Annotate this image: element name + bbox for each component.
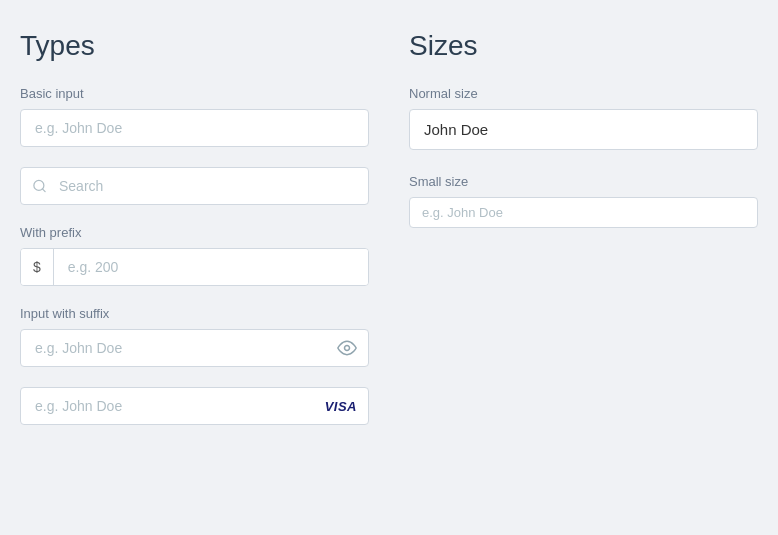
basic-input-label: Basic input — [20, 86, 369, 101]
prefix-input[interactable] — [54, 249, 368, 285]
eye-input-wrapper — [20, 329, 369, 367]
prefix-input-label: With prefix — [20, 225, 369, 240]
visa-label: VISA — [325, 399, 357, 414]
small-size-group: Small size — [409, 174, 758, 228]
search-input-group — [20, 167, 369, 205]
visa-icon: VISA — [325, 399, 357, 414]
visa-input-wrapper: VISA — [20, 387, 369, 425]
normal-size-group: Normal size — [409, 86, 758, 150]
visa-input-group: VISA — [20, 387, 369, 425]
normal-size-label: Normal size — [409, 86, 758, 101]
types-title: Types — [20, 30, 369, 62]
suffix-input-group: Input with suffix — [20, 306, 369, 367]
prefix-wrapper: $ — [20, 248, 369, 286]
small-size-label: Small size — [409, 174, 758, 189]
svg-point-2 — [345, 346, 350, 351]
eye-icon[interactable] — [337, 338, 357, 358]
prefix-symbol: $ — [21, 249, 54, 285]
eye-suffix-input[interactable] — [20, 329, 369, 367]
suffix-input-label: Input with suffix — [20, 306, 369, 321]
basic-input-group: Basic input — [20, 86, 369, 147]
visa-suffix-input[interactable] — [20, 387, 369, 425]
normal-size-input[interactable] — [409, 109, 758, 150]
prefix-input-group: With prefix $ — [20, 225, 369, 286]
basic-input[interactable] — [20, 109, 369, 147]
sizes-title: Sizes — [409, 30, 758, 62]
search-input[interactable] — [20, 167, 369, 205]
small-size-input[interactable] — [409, 197, 758, 228]
